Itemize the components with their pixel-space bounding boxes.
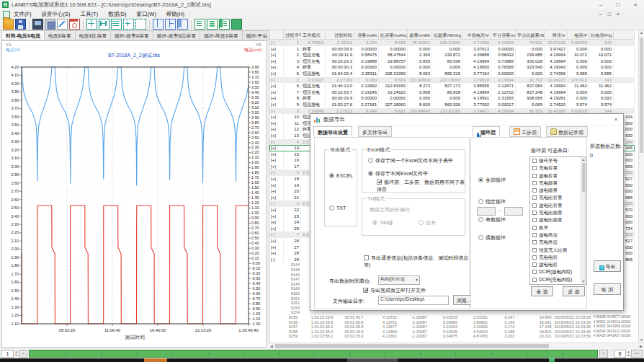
radio-txt[interactable]: TXT (329, 206, 346, 211)
list-view-icon[interactable] (194, 19, 205, 30)
step-row[interactable]: [+]9恒流放电01:53:27.62.27181227.180608.6098… (269, 102, 635, 108)
radio-same-excel-file[interactable]: 保存于同一个Excel文件不同子表中 (368, 157, 453, 164)
cancel-button[interactable]: 取 消 (594, 283, 621, 295)
expand-icon[interactable]: [+] (269, 83, 284, 89)
view-tab-0[interactable]: 时间-电压&电流 (1, 30, 45, 40)
close-button[interactable]: × (627, 0, 644, 9)
expand-icon[interactable]: [+] (269, 151, 284, 158)
expand-icon[interactable]: [+] (269, 157, 284, 164)
axis-setting-icon[interactable] (86, 19, 97, 30)
step-row[interactable]: [+]4静置00:00:30.30.000000.000000.0000.000… (269, 64, 635, 71)
expand-icon[interactable]: [+] (269, 213, 284, 220)
step-row[interactable]: [+]6恒流充电01:46:13.02.12692212.691508.2728… (269, 83, 635, 89)
collapse-icon[interactable]: [-] (269, 108, 284, 115)
tab-cycle-layer[interactable]: 循环层 (473, 126, 500, 137)
split-view-icon[interactable] (111, 19, 122, 30)
menu-item[interactable]: 窗口(W) (132, 9, 161, 19)
record-row[interactable]: 9154 (269, 310, 635, 315)
menu-item[interactable]: 设置中心(S) (37, 9, 76, 19)
dialog-close-icon[interactable]: × (612, 115, 620, 124)
expand-icon[interactable]: [+] (269, 126, 284, 133)
list-columns-icon[interactable] (219, 19, 230, 30)
prev-page-button[interactable]: < (19, 350, 27, 358)
horizontal-scroll-thumb[interactable] (275, 344, 549, 348)
record-row[interactable]: 91551.01:23:15.900:01:45.74.13732-1.2008… (269, 315, 635, 320)
column-header[interactable]: 平台比能量/W (516, 30, 545, 40)
cycle-range-end-input[interactable] (504, 207, 523, 216)
step-row[interactable]: [+]8静置00:00:29.90.000000.000000.0000.000… (269, 95, 635, 102)
scroll-left-icon[interactable]: ◀ (269, 344, 274, 349)
save-icon[interactable] (15, 19, 26, 30)
column-header[interactable]: 过程时间 (326, 30, 354, 40)
table-vertical-scrollbar[interactable]: ▲ ▼ (638, 30, 644, 343)
view-tab-3[interactable]: 循环-效率&容量 (111, 30, 153, 40)
cycle-item-option[interactable]: 充电比能量 (530, 209, 586, 216)
layout-mixed-icon[interactable] (165, 19, 176, 30)
view-tab-4[interactable]: 循环-效率&比容量 (153, 30, 200, 40)
time-unit-select[interactable]: Auto(h:m:s)▼ (378, 275, 420, 285)
checkbox-channel-info[interactable]: 导出通道信息(包括设备信息、测试时间信息等) (364, 255, 469, 269)
expand-icon[interactable]: [+] (269, 133, 284, 139)
radio-cycle-scope-3[interactable]: 偶数循环 (478, 234, 506, 242)
copy-data-icon[interactable] (45, 19, 55, 30)
expand-icon[interactable]: [+] (269, 120, 284, 127)
cycle-item-option[interactable]: 充电终压 (530, 239, 586, 246)
listbox-scroll-thumb[interactable] (582, 163, 585, 192)
menu-item[interactable]: 工具(T) (76, 9, 104, 19)
cycle-item-option[interactable]: 放电电容 (530, 261, 586, 268)
taskbar-app-orange[interactable] (144, 358, 167, 362)
expand-icon[interactable]: [-] (269, 257, 284, 263)
radio-excel[interactable]: EXCEL (329, 173, 353, 178)
scroll-right-icon[interactable]: ▶ (638, 344, 644, 349)
radio-different-excel-file[interactable]: 保存于不同Excel文件中 (368, 170, 428, 177)
cycle-item-option[interactable]: 放电容量 (530, 172, 586, 180)
layout-side-icon[interactable] (177, 19, 188, 30)
schedule-icon[interactable] (69, 19, 80, 30)
cycle-item-option[interactable]: 放电比容量 (530, 202, 586, 209)
taskbar-app-gray[interactable] (347, 358, 398, 362)
invert-selection-button[interactable]: 反 选 (563, 286, 585, 296)
expand-icon[interactable]: [+] (269, 250, 284, 257)
expand-icon[interactable]: [+] (269, 188, 284, 195)
list-detail-icon[interactable] (207, 19, 218, 30)
expand-icon[interactable]: [+] (269, 244, 284, 251)
menu-item[interactable]: 帮助(H) (161, 9, 189, 19)
cycle-items-listbox[interactable]: 循环序号充电容量放电容量充电能量放电能量充电比容量放电比容量充电比能量放电比能量… (529, 156, 586, 285)
cycle-item-option[interactable]: 效率 (530, 224, 586, 231)
zoom-fit-icon[interactable] (99, 19, 109, 30)
zoom-box-icon[interactable] (123, 19, 134, 30)
cycle-item-option[interactable]: 充电比容量 (530, 194, 586, 201)
taskbar-app-green[interactable] (549, 358, 555, 362)
column-header[interactable] (269, 30, 284, 40)
expand-icon[interactable]: [+] (269, 195, 284, 201)
last-page-input[interactable]: 8 (614, 350, 626, 358)
tab-multi-file-export[interactable]: 多文件导出 (358, 126, 392, 137)
column-header[interactable]: 中值电压/V (462, 30, 491, 40)
step-row[interactable]: [+]2恒流充电00:29:11.90.5847558.475442.39923… (269, 52, 635, 58)
tab-record-layer[interactable]: 数据记录层 (546, 126, 588, 137)
radio-cycle-scope-0[interactable]: 全部循环 (478, 177, 506, 184)
cycle-item-option[interactable]: 充电能量 (530, 180, 586, 187)
column-header[interactable] (614, 30, 635, 40)
table-horizontal-scrollbar[interactable]: ◀ ▶ (269, 343, 644, 349)
collapse-icon[interactable]: [-] (269, 139, 284, 146)
expand-icon[interactable]: [+] (269, 102, 284, 108)
expand-icon[interactable]: [+] (269, 58, 284, 65)
record-row[interactable]: 91561.01:23:25.900:01:55.84.13701-1.2008… (269, 320, 635, 325)
expand-icon[interactable]: [+] (269, 182, 284, 189)
expand-icon[interactable]: [+] (269, 176, 284, 182)
last-page-spinner[interactable]: ▲▼ (626, 350, 631, 358)
scroll-up-icon[interactable]: ▲ (639, 30, 644, 35)
column-header[interactable]: 能量/mWh (408, 30, 432, 40)
page-number-input[interactable]: 1 (1, 350, 14, 358)
view-tab-1[interactable]: 电压&容量 (45, 30, 76, 40)
menu-item[interactable]: 文件(F) (9, 9, 37, 19)
cycle-item-option[interactable]: 充电电容 (530, 254, 586, 261)
expand-icon[interactable]: [+] (269, 145, 284, 151)
channel-overview-bar[interactable]: 12345678 (29, 350, 598, 358)
view-tab-2[interactable]: 电压&比容量 (76, 30, 112, 40)
record-row[interactable]: 91591.01:23:56.100:02:25.94.13391-1.2008… (269, 334, 635, 339)
column-header[interactable]: 过程序号 (284, 30, 301, 40)
expand-icon[interactable]: [+] (269, 207, 284, 213)
checkbox-open-after-export[interactable]: 导出完成后立即打开文件 (363, 287, 426, 294)
